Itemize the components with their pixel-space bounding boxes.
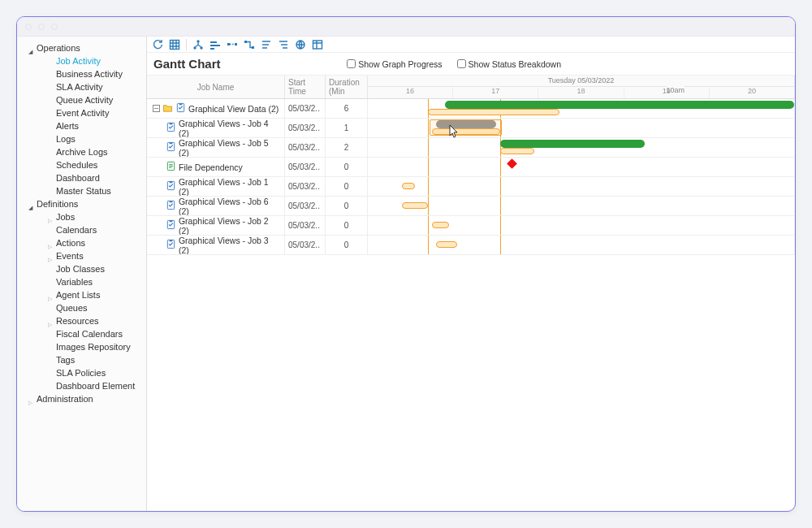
sidebar-section[interactable]: Operations	[37, 42, 80, 54]
cell-job-name[interactable]: File Dependency	[147, 158, 285, 176]
sidebar-item[interactable]: Dashboard Element	[56, 380, 135, 392]
job-name-text: Graphical Views - Job 2 (2)	[179, 216, 281, 235]
list-icon[interactable]	[261, 39, 272, 50]
show-status-breakdown-checkbox[interactable]: Show Status Breakdown	[457, 59, 561, 69]
sidebar-item[interactable]: Jobs	[56, 211, 75, 223]
table-row[interactable]: Graphical Views - Job 1 (2)05/03/2..0	[147, 177, 795, 197]
tree-toggle-icon[interactable]	[28, 201, 35, 207]
tree-spacer	[48, 331, 54, 337]
sidebar-item[interactable]: SLA Activity	[56, 81, 102, 93]
gantt-bar[interactable]	[428, 109, 560, 115]
col-header-start[interactable]: Start Time	[285, 76, 326, 98]
sidebar-item[interactable]: Tags	[56, 354, 75, 366]
tree-toggle-icon[interactable]	[48, 214, 54, 220]
col-header-name[interactable]: Job Name	[147, 76, 285, 98]
timeline-tick: 19	[624, 87, 709, 98]
sidebar-item[interactable]: Variables	[56, 276, 93, 288]
cell-duration: 0	[326, 236, 368, 254]
sidebar-item[interactable]: Resources	[56, 315, 99, 327]
cell-job-name[interactable]: Graphical Views - Job 6 (2)	[147, 197, 285, 215]
gantt-bar[interactable]	[436, 241, 457, 249]
align-icon[interactable]	[278, 39, 289, 50]
gantt-guideline	[428, 119, 429, 137]
cell-start-time: 05/03/2..	[285, 236, 326, 254]
tree-spacer	[48, 149, 54, 155]
cell-job-name[interactable]: Graphical Views - Job 3 (2)	[147, 236, 285, 254]
gantt-guideline	[428, 138, 429, 157]
job-name-text: Graphical Views - Job 6 (2)	[179, 197, 281, 215]
sidebar-item[interactable]: Event Activity	[56, 107, 109, 119]
gantt-bar[interactable]	[500, 140, 646, 148]
row-collapse-toggle[interactable]: –	[153, 105, 160, 112]
table-row[interactable]: Graphical Views - Job 3 (2)05/03/2..0	[147, 236, 795, 255]
cell-gantt	[368, 99, 795, 118]
sidebar-item[interactable]: Images Repository	[56, 341, 131, 353]
flow-icon[interactable]	[244, 39, 255, 50]
sidebar-item[interactable]: Events	[56, 250, 84, 262]
sidebar-item[interactable]: Fiscal Calendars	[56, 328, 123, 340]
gantt-bar[interactable]	[430, 119, 502, 136]
sidebar-item[interactable]: Actions	[56, 237, 85, 249]
sidebar-item[interactable]: Master Status	[56, 185, 111, 197]
sidebar-item[interactable]: Job Activity	[56, 55, 101, 67]
tree-toggle-icon[interactable]	[48, 292, 54, 298]
table-row[interactable]: Graphical Views - Job 6 (2)05/03/2..0	[147, 197, 795, 216]
table-row[interactable]: File Dependency05/03/2..0	[147, 158, 795, 177]
sidebar-item[interactable]: Logs	[56, 133, 76, 145]
cell-duration: 0	[326, 197, 368, 215]
sidebar-item[interactable]: Queues	[56, 302, 88, 314]
tree-toggle-icon[interactable]	[48, 318, 54, 324]
show-status-breakdown-input[interactable]	[457, 59, 466, 68]
job-icon	[175, 102, 186, 115]
gantt-bar[interactable]	[500, 148, 534, 154]
tree-toggle-icon[interactable]	[28, 396, 35, 402]
grid-icon[interactable]	[169, 39, 180, 50]
gantt-guideline	[500, 158, 501, 176]
table-icon[interactable]	[312, 39, 323, 50]
sidebar-item[interactable]: Alerts	[56, 120, 79, 132]
gantt-milestone-diamond[interactable]	[507, 158, 517, 169]
sidebar-item[interactable]: Queue Activity	[56, 94, 113, 106]
sidebar-item[interactable]: Business Activity	[56, 68, 123, 80]
gantt-bar[interactable]	[402, 183, 415, 190]
gantt-bar[interactable]	[432, 222, 449, 229]
show-graph-progress-input[interactable]	[347, 59, 356, 68]
table-row[interactable]: Graphical Views - Job 4 (2)05/03/2..1	[147, 119, 795, 138]
refresh-icon[interactable]	[152, 39, 163, 50]
gantt-guideline	[500, 197, 501, 215]
globe-icon[interactable]	[295, 39, 306, 50]
sidebar-item[interactable]: Calendars	[56, 224, 97, 236]
cell-job-name[interactable]: Graphical Views - Job 4 (2)	[147, 119, 285, 137]
sidebar-item[interactable]: Archive Logs	[56, 146, 108, 158]
bars-icon[interactable]	[209, 39, 221, 50]
cell-job-name[interactable]: Graphical Views - Job 5 (2)	[147, 138, 285, 157]
cell-job-name[interactable]: –Graphical View Data (2)	[147, 99, 285, 118]
cell-gantt	[368, 216, 795, 235]
table-row[interactable]: Graphical Views - Job 5 (2)05/03/2..2	[147, 138, 795, 158]
sidebar-item[interactable]: Dashboard	[56, 172, 100, 184]
cell-duration: 0	[326, 216, 368, 235]
nodes-icon[interactable]	[227, 39, 238, 50]
sidebar-item[interactable]: SLA Policies	[56, 367, 106, 379]
tree-toggle-icon[interactable]	[48, 240, 54, 246]
gantt-bar[interactable]	[402, 202, 428, 210]
gantt-bar[interactable]	[445, 101, 795, 109]
sidebar-item[interactable]: Agent Lists	[56, 289, 100, 301]
table-row[interactable]: –Graphical View Data (2)05/03/2..6	[147, 99, 795, 119]
col-header-duration[interactable]: Duration (Min	[326, 76, 368, 98]
tree-toggle-icon[interactable]	[28, 45, 35, 51]
sidebar: Operations Job ActivityBusiness Activity…	[17, 37, 147, 511]
tree-spacer	[48, 227, 54, 233]
sidebar-item[interactable]: Job Classes	[56, 263, 105, 275]
cell-job-name[interactable]: Graphical Views - Job 1 (2)	[147, 177, 285, 196]
tree-spacer	[48, 383, 54, 389]
sidebar-section[interactable]: Administration	[37, 393, 93, 405]
tree-icon[interactable]	[192, 39, 204, 50]
table-row[interactable]: Graphical Views - Job 2 (2)05/03/2..0	[147, 216, 795, 236]
sidebar-section[interactable]: Definitions	[37, 198, 78, 210]
cell-job-name[interactable]: Graphical Views - Job 2 (2)	[147, 216, 285, 235]
timeline-tick: 16	[368, 87, 452, 98]
tree-toggle-icon[interactable]	[48, 253, 54, 259]
sidebar-item[interactable]: Schedules	[56, 159, 97, 171]
show-graph-progress-checkbox[interactable]: Show Graph Progress	[347, 59, 442, 69]
